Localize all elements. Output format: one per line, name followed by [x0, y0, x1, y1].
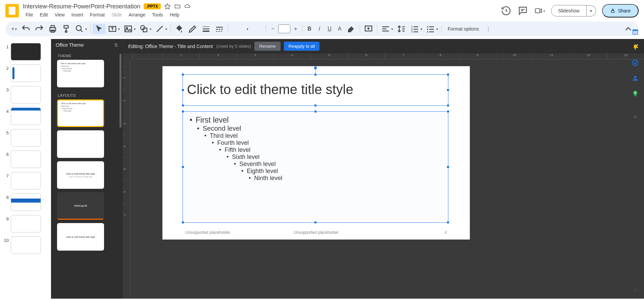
increase-font-button[interactable]: +: [291, 24, 300, 34]
select-tool[interactable]: [93, 24, 105, 34]
image-tool[interactable]: ▾: [122, 24, 137, 34]
slide-thumb-9[interactable]: [11, 215, 41, 232]
layout-thumb-title-only[interactable]: Click to edit theme title style Click to…: [57, 161, 104, 189]
layout-thumb-section[interactable]: Click to edit theme title style: [57, 223, 104, 251]
slide-thumb-4[interactable]: [11, 108, 41, 125]
slide-thumb-5[interactable]: [11, 129, 41, 146]
body-text[interactable]: •First level •Second level •Third level …: [183, 112, 448, 186]
resize-handle[interactable]: [447, 221, 449, 224]
highlight-button[interactable]: [345, 24, 358, 34]
slides-logo[interactable]: [5, 4, 19, 17]
canvas-area[interactable]: 1 2 3 4 5 6 7 8 9 10 11 12 13 1 2 3 4 5: [123, 53, 644, 299]
menu-arrange[interactable]: Arrange: [126, 11, 148, 19]
slide-thumb-6[interactable]: [11, 151, 41, 168]
cloud-status-icon[interactable]: [184, 3, 191, 10]
italic-button[interactable]: I: [315, 24, 324, 34]
paint-format-button[interactable]: [60, 24, 72, 34]
layout-thumb-blank[interactable]: [57, 130, 104, 158]
underline-button[interactable]: U: [325, 24, 334, 34]
more-button[interactable]: ⋮: [484, 24, 493, 34]
line-tool[interactable]: ▾: [153, 24, 168, 34]
slide-thumb-1[interactable]: [11, 43, 41, 60]
layout-thumb-title-content[interactable]: Click to edit theme title style • First …: [57, 99, 104, 127]
theme-scrollbar[interactable]: [119, 54, 121, 128]
menu-tools[interactable]: Tools: [149, 11, 166, 19]
vertical-ruler[interactable]: 1 2 3 4 5 6 7: [123, 59, 130, 299]
border-dash-button[interactable]: [213, 24, 226, 34]
document-title[interactable]: Interview-Resume-PowerPoint-Presentation: [23, 3, 140, 10]
undo-button[interactable]: [19, 24, 32, 34]
theme-master-thumb[interactable]: Click to edit theme title style • First …: [57, 60, 104, 87]
move-folder-icon[interactable]: [174, 3, 181, 10]
slide-thumb-3[interactable]: [11, 86, 41, 103]
resize-handle[interactable]: [314, 73, 317, 76]
body-placeholder[interactable]: •First level •Second level •Third level …: [183, 111, 448, 223]
slide-thumb-10[interactable]: [11, 237, 41, 254]
footer-placeholder-left[interactable]: Unsupported placeholder: [185, 230, 230, 235]
contacts-icon[interactable]: [632, 75, 639, 82]
horizontal-ruler[interactable]: 1 2 3 4 5 6 7 8 9 10 11 12 13: [132, 53, 644, 59]
footer-placeholder-right[interactable]: #: [445, 230, 447, 235]
reapply-button[interactable]: Reapply to all: [284, 42, 320, 51]
menu-file[interactable]: File: [23, 11, 36, 19]
numbered-list-button[interactable]: 123▾: [408, 24, 424, 34]
resize-handle[interactable]: [447, 104, 449, 107]
text-color-button[interactable]: A: [335, 24, 344, 34]
add-addon-button[interactable]: +: [633, 112, 638, 122]
line-spacing-button[interactable]: [395, 24, 408, 34]
shape-tool[interactable]: ▾: [138, 24, 153, 34]
bold-button[interactable]: B: [305, 24, 314, 34]
slide-panel[interactable]: 1 2 3 4 5 6 7 8 9 10: [0, 39, 51, 299]
resize-handle[interactable]: [314, 221, 317, 224]
slideshow-dropdown[interactable]: ▾: [587, 5, 596, 16]
resize-handle[interactable]: [314, 104, 317, 107]
bulleted-list-button[interactable]: ▾: [424, 24, 439, 34]
fill-color-button[interactable]: [173, 24, 186, 34]
resize-handle[interactable]: [447, 110, 449, 113]
print-button[interactable]: [46, 24, 59, 34]
font-size-input[interactable]: [278, 25, 290, 33]
zoom-button[interactable]: ▾: [73, 24, 88, 34]
resize-handle[interactable]: [182, 73, 184, 76]
textbox-tool[interactable]: ▾: [106, 24, 121, 34]
tasks-icon[interactable]: [632, 59, 639, 67]
title-placeholder[interactable]: Click to edit theme title style: [183, 74, 448, 106]
resize-handle[interactable]: [182, 89, 184, 91]
star-icon[interactable]: [164, 3, 171, 10]
font-family-select[interactable]: ▾: [230, 24, 264, 34]
resize-handle[interactable]: [447, 73, 449, 76]
resize-handle[interactable]: [447, 166, 449, 168]
slide-canvas[interactable]: Click to edit theme title style •First l…: [162, 66, 470, 240]
hide-sidepanel-button[interactable]: ›: [634, 287, 636, 293]
slide-thumb-8[interactable]: [11, 194, 41, 211]
resize-handle[interactable]: [182, 104, 184, 107]
border-color-button[interactable]: [186, 24, 199, 34]
calendar-icon[interactable]: 31: [632, 28, 639, 36]
new-slide-button[interactable]: +▾: [9, 24, 19, 34]
maps-icon[interactable]: [632, 90, 639, 97]
align-button[interactable]: ▾: [379, 24, 394, 34]
border-weight-button[interactable]: [200, 24, 212, 34]
slide-thumb-7[interactable]: [11, 172, 41, 189]
slide-thumb-2[interactable]: [11, 65, 41, 82]
present-camera-icon[interactable]: ▾: [534, 5, 545, 16]
redo-button[interactable]: [33, 24, 46, 34]
menu-view[interactable]: View: [52, 11, 67, 19]
slideshow-button[interactable]: Slideshow: [551, 5, 587, 16]
rotate-handle[interactable]: [314, 67, 317, 69]
menu-edit[interactable]: Edit: [37, 11, 51, 19]
history-icon[interactable]: [501, 5, 511, 16]
menu-format[interactable]: Format: [87, 11, 107, 19]
keep-icon[interactable]: [632, 44, 639, 51]
comments-icon[interactable]: [517, 5, 528, 16]
menu-insert[interactable]: Insert: [69, 11, 86, 19]
format-options-button[interactable]: Format options: [444, 26, 483, 32]
footer-placeholder-center[interactable]: Unsupported placeholder: [294, 230, 339, 235]
resize-handle[interactable]: [447, 89, 449, 91]
theme-selector[interactable]: Office Theme ⇅: [51, 39, 123, 51]
resize-handle[interactable]: [182, 110, 184, 113]
layout-thumb-brand[interactable]: SlideUpLift: [57, 192, 104, 220]
resize-handle[interactable]: [182, 221, 184, 224]
resize-handle[interactable]: [314, 110, 317, 113]
decrease-font-button[interactable]: −: [268, 24, 278, 34]
